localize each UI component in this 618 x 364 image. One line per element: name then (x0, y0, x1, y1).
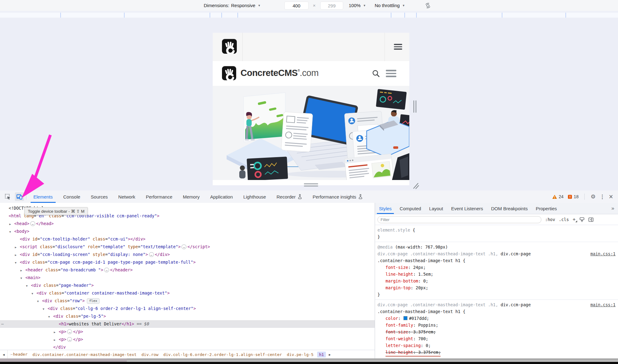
collapsed-content-icon[interactable]: … (149, 252, 154, 257)
viewport-resize-handle-corner[interactable] (412, 183, 419, 190)
css-declaration[interactable]: margin-top: 20px; (377, 284, 616, 291)
collapsed-content-icon[interactable]: … (104, 268, 109, 272)
styles-tab-dom-breakpoints[interactable]: DOM Breakpoints (487, 203, 532, 214)
css-rule[interactable]: main.css:1div.ccm-page .container-masthe… (375, 300, 618, 358)
dom-tree-row[interactable]: ▶<header class="no-breadcrumb ">…</heade… (0, 266, 375, 274)
expand-arrow-icon[interactable]: ▶ (15, 251, 20, 259)
tab-lighthouse[interactable]: Lighthouse (238, 190, 271, 203)
collapsed-content-icon[interactable]: … (30, 221, 35, 226)
breadcrumb-item[interactable]: h1 (317, 352, 326, 358)
flex-badge[interactable]: flex (87, 298, 100, 304)
concrete-logo[interactable] (222, 39, 237, 54)
site-toolbar-menu-icon[interactable] (394, 44, 402, 50)
tab-recorder[interactable]: Recorder (271, 190, 307, 203)
dom-tree-row[interactable]: ▼<div class="pe-lg-5"> (0, 312, 375, 320)
tab-memory[interactable]: Memory (178, 190, 205, 203)
toggle-hover-button[interactable]: :hov (545, 217, 555, 222)
dom-tree-row[interactable]: ▼<div class="ccm-page ccm-page-id-1 page… (0, 258, 375, 266)
css-declaration[interactable]: color: #017ddd; (377, 315, 616, 322)
rendering-brush-icon[interactable] (579, 217, 585, 222)
styles-tab-layout[interactable]: Layout (425, 203, 447, 214)
expand-arrow-icon[interactable]: ▼ (15, 259, 20, 267)
media-query-ruler[interactable] (0, 11, 618, 18)
row-menu-dots-icon[interactable]: ⋯ (1, 320, 3, 328)
expand-arrow-icon[interactable]: ▶ (54, 328, 59, 336)
new-style-rule-button[interactable]: + (573, 216, 576, 223)
css-declaration[interactable]: font-size: 24px; (377, 264, 616, 271)
expand-arrow-icon[interactable]: ▼ (32, 290, 36, 298)
close-devtools-icon[interactable]: × (609, 194, 613, 200)
throttling-select[interactable]: No throttling ▼ (375, 0, 405, 11)
breadcrumb-item[interactable]: div.pe-lg-5 (287, 352, 313, 357)
issues-badge[interactable]: 18 (568, 194, 579, 199)
sidebar-panel-icon[interactable] (588, 217, 594, 222)
css-declaration[interactable]: line-height: 1.5em; (377, 271, 616, 278)
rotate-device-button[interactable] (424, 0, 432, 11)
styles-filter-input[interactable] (377, 216, 541, 223)
viewport-resize-handle-bottom[interactable] (304, 183, 318, 188)
stylesheet-source-link[interactable]: main.css:1 (590, 250, 616, 257)
breadcrumb-item[interactable]: div.row (142, 352, 159, 357)
css-declaration[interactable]: font-weight: 700; (377, 335, 616, 342)
dom-tree-row[interactable]: ⋯<h1>websites that Deliver</h1> == $0 (0, 320, 375, 328)
element-style-block[interactable]: element.style { } (375, 225, 618, 242)
styles-tab-styles[interactable]: Styles (375, 203, 396, 214)
dom-tree-row[interactable]: ▼<div class="container container-masthea… (0, 289, 375, 297)
dom-tree-row[interactable]: ▶<p>…</p> (0, 336, 375, 343)
expand-arrow-icon[interactable]: ▼ (43, 305, 48, 313)
css-declaration[interactable]: line-height: 3.375rem; (377, 349, 616, 356)
search-icon[interactable] (372, 69, 380, 78)
breadcrumb-forward-button[interactable]: ▶ (327, 350, 333, 359)
tab-sources[interactable]: Sources (86, 190, 113, 203)
expand-arrow-icon[interactable]: ▼ (9, 228, 14, 236)
tab-elements[interactable]: Elements (28, 190, 58, 203)
expand-arrow-icon[interactable]: ▼ (26, 282, 31, 290)
site-nav-menu-icon[interactable] (386, 70, 396, 77)
css-declaration[interactable]: font-size: 3.375rem; (377, 328, 616, 335)
expand-arrow-icon[interactable]: ▶ (54, 336, 59, 344)
breadcrumb-item[interactable]: div.page-header (10, 352, 28, 357)
tab-performance-insights[interactable]: Performance insights (307, 190, 368, 203)
dom-tree-row[interactable]: ▼<div class="row">flex (0, 297, 375, 305)
tab-application[interactable]: Application (205, 190, 238, 203)
dom-tree-row[interactable]: ▶<head>…</head> (0, 220, 375, 228)
viewport-width-input[interactable] (284, 2, 309, 10)
css-declaration[interactable]: font-family: Poppins; (377, 322, 616, 328)
inspect-element-button[interactable] (3, 192, 12, 201)
tab-network[interactable]: Network (113, 190, 141, 203)
site-wordmark[interactable]: ConcreteCMS®.com (241, 68, 318, 78)
color-swatch[interactable] (403, 316, 407, 320)
expand-arrow-icon[interactable]: ▼ (37, 298, 42, 305)
viewport-resize-handle-right[interactable] (413, 100, 416, 113)
styles-tabs-overflow-icon[interactable]: » (608, 205, 618, 211)
dimensions-select[interactable]: Dimensions: Responsive ▼ (204, 0, 261, 11)
css-declaration[interactable]: margin-bottom: 0; (377, 278, 616, 284)
tab-performance[interactable]: Performance (141, 190, 178, 203)
toggle-device-toolbar-button[interactable] (15, 192, 24, 201)
css-rule[interactable]: @media (max-width: 767.98px)main.css:1di… (375, 242, 618, 300)
zoom-select[interactable]: 100% ▼ (349, 0, 366, 11)
collapsed-content-icon[interactable]: … (67, 337, 72, 342)
expand-arrow-icon[interactable]: ▶ (9, 220, 14, 228)
collapsed-content-icon[interactable]: … (181, 245, 186, 249)
concrete-logo[interactable] (222, 66, 236, 80)
css-declaration[interactable]: letter-spacing: 0; (377, 342, 616, 349)
warnings-badge[interactable]: 24 (552, 194, 564, 199)
dom-tree-row[interactable]: ▼<div class="page-header"> (0, 282, 375, 289)
styles-tab-computed[interactable]: Computed (396, 203, 425, 214)
breadcrumb-item[interactable]: div.col-lg-6.order-2.order-lg-1.align-se… (163, 352, 282, 357)
dom-tree-row[interactable]: ▶<div id="ccm-loading-screen" style="dis… (0, 251, 375, 258)
dom-tree-row[interactable]: ▼<main> (0, 274, 375, 282)
more-options-kebab-icon[interactable]: ⋮ (600, 194, 605, 200)
expand-arrow-icon[interactable]: ▼ (48, 313, 53, 321)
expand-arrow-icon[interactable]: ▼ (20, 274, 25, 282)
dom-tree-row[interactable]: </div (0, 343, 375, 350)
collapsed-content-icon[interactable]: … (67, 329, 72, 334)
settings-gear-icon[interactable]: ⚙ (590, 193, 595, 200)
styles-tab-properties[interactable]: Properties (532, 203, 561, 214)
breadcrumb-back-button[interactable]: ◀ (0, 350, 8, 359)
dom-tree-row[interactable]: <div id="ccm-tooltip-holder" class="ccm-… (0, 235, 375, 243)
toggle-class-button[interactable]: .cls (559, 217, 569, 222)
viewport-height-input[interactable] (320, 2, 343, 10)
dom-tree-row[interactable]: ▶<p>…</p> (0, 328, 375, 336)
